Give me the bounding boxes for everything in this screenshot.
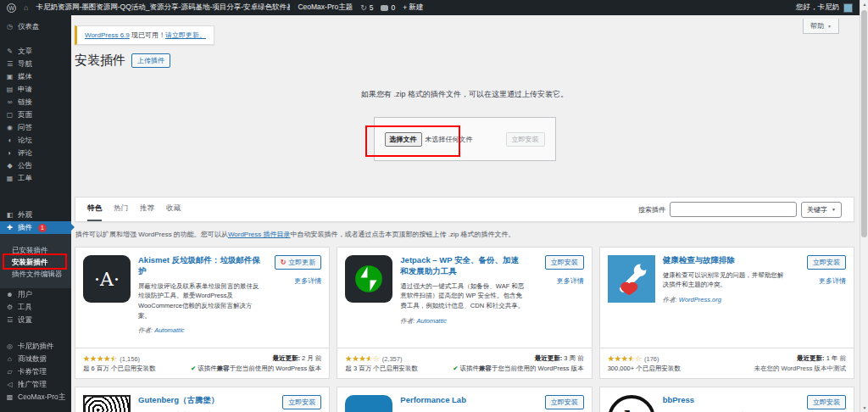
navigation-icon: ☰ xyxy=(6,60,14,68)
more-details-link[interactable]: 更多详情 xyxy=(819,276,846,286)
install-now-button[interactable]: 立即安装 xyxy=(545,395,584,409)
admin-bar-account[interactable]: 您好，卡尼奶 xyxy=(796,3,861,13)
home-icon[interactable]: ⌂ xyxy=(24,3,28,12)
gutenberg-plugin-icon[interactable] xyxy=(83,395,131,412)
plugin-title-link[interactable]: Performance Lab xyxy=(400,395,525,406)
performance-lab-plugin-icon[interactable] xyxy=(345,395,392,412)
tab-recommended[interactable]: 推荐 xyxy=(140,198,154,221)
wordpress-version-link[interactable]: WordPress 6.9 xyxy=(85,31,130,39)
tab-favorites[interactable]: 收藏 xyxy=(166,198,181,221)
sidebar-item-forum[interactable]: ◖ 论坛 xyxy=(0,134,71,147)
kaniya-plugin-icon: ◎ xyxy=(6,342,14,350)
sidebar-item-kaniya-plugin[interactable]: ◎ 卡尼奶插件 xyxy=(0,340,71,353)
sidebar-item-ceomax-theme[interactable]: ▩ CeoMax-Pro主题 xyxy=(0,391,71,404)
comments-indicator[interactable]: 0 xyxy=(381,3,395,12)
coupon-icon: ▱ xyxy=(6,368,14,376)
akismet-plugin-icon[interactable]: ·A· xyxy=(83,255,131,303)
submenu-plugin-file-editor[interactable]: 插件文件编辑器 xyxy=(0,268,71,280)
ticket-icon: ▦ xyxy=(6,175,14,182)
updates-indicator[interactable]: ↻ 5 xyxy=(360,3,373,12)
plugin-icon: ✚ xyxy=(6,224,14,231)
plugin-title-link[interactable]: Akismet 反垃圾邮件：垃圾邮件保护 xyxy=(138,255,263,277)
author-link[interactable]: WordPress.org xyxy=(679,296,721,303)
tab-featured[interactable]: 特色 xyxy=(87,198,102,221)
install-now-button[interactable]: 立即安装 xyxy=(807,395,846,409)
update-icon: ↻ xyxy=(281,259,287,266)
page-scrollbar[interactable]: ▲ ▼ xyxy=(860,0,868,412)
new-content-menu[interactable]: + 新建 xyxy=(403,3,423,13)
sidebar-item-links[interactable]: ∞ 链接 xyxy=(0,96,71,109)
plugin-title-link[interactable]: 健康检查与故障排除 xyxy=(663,255,787,266)
star-rating: ☆☆☆☆☆ ★★★★★ xyxy=(83,355,117,363)
sidebar-item-tickets[interactable]: ▦ 工单 xyxy=(0,172,71,185)
last-updated: 最近更新: 2 月 前 xyxy=(272,354,321,363)
stars-filled: ★★★★★ xyxy=(83,355,114,363)
sidebar-item-qa[interactable]: ◉ 问答 xyxy=(0,121,71,134)
submenu-installed-plugins[interactable]: 已安装插件 xyxy=(0,244,71,256)
more-details-link[interactable]: 更多详情 xyxy=(294,276,321,286)
plus-icon: + xyxy=(403,3,407,12)
tools-icon: ⚙ xyxy=(6,303,14,311)
admin-sidebar-menu: ◷ 仪表盘 ✎ 文章 ☰ 导航 ▣ 媒体 ▤ 申请 ∞ 链接 ▢ 页面 ◉ 问答… xyxy=(0,15,71,412)
search-input[interactable] xyxy=(670,202,797,217)
plugin-directory-link[interactable]: WordPress 插件目录 xyxy=(228,231,291,238)
sidebar-item-card-management[interactable]: ▱ 卡券管理 xyxy=(0,365,71,378)
author-link[interactable]: Automattic xyxy=(154,326,184,334)
update-now-link[interactable]: 请立即更新。 xyxy=(165,31,206,39)
install-now-button[interactable]: 立即安装 xyxy=(506,132,545,147)
choose-file-button[interactable]: 选择文件 xyxy=(385,132,422,147)
sidebar-item-appearance[interactable]: ◧ 外观 xyxy=(0,209,71,221)
sidebar-item-dashboard[interactable]: ◷ 仪表盘 xyxy=(0,20,71,33)
plugin-search: 搜索插件 关键字 ▼ xyxy=(638,202,842,218)
plugin-cards-row-2: Gutenberg（古腾堡） Gutenberg（古腾堡）捆绑在 WordPre… xyxy=(75,387,854,412)
sidebar-item-posts[interactable]: ✎ 文章 xyxy=(0,45,71,58)
submenu-install-new-plugin[interactable]: 安装新插件 xyxy=(0,256,71,268)
plugin-title-link[interactable]: Jetpack – WP 安全、备份、加速和发展助力工具 xyxy=(400,255,525,277)
sidebar-item-navigation[interactable]: ☰ 导航 xyxy=(0,58,71,70)
search-type-select[interactable]: 关键字 ▼ xyxy=(801,202,842,218)
updates-count: 5 xyxy=(370,3,374,12)
upload-plugin-button[interactable]: 上传插件 xyxy=(131,53,170,68)
jetpack-plugin-icon[interactable] xyxy=(345,255,392,303)
install-now-button[interactable]: 立即安装 xyxy=(545,255,584,270)
health-check-plugin-icon[interactable] xyxy=(608,255,655,303)
compatibility-note: ✔该插件兼容于您当前使用的 WordPress 版本 xyxy=(453,365,583,373)
bbpress-plugin-icon[interactable]: b xyxy=(608,395,655,412)
more-details-link[interactable]: 更多详情 xyxy=(557,276,584,286)
sidebar-item-media[interactable]: ▣ 媒体 xyxy=(0,70,71,83)
plugin-title-link[interactable]: Gutenberg（古腾堡） xyxy=(138,395,263,406)
theme-menu-item[interactable]: CeoMax-Pro主题 xyxy=(298,3,353,13)
compat-bold: 兼容 xyxy=(479,365,492,372)
sidebar-item-pages[interactable]: ▢ 页面 xyxy=(0,109,71,121)
install-now-button[interactable]: 立即安装 xyxy=(282,395,321,409)
help-button[interactable]: 帮助 ▼ xyxy=(803,19,839,34)
site-title-link[interactable]: 卡尼奶资源网-墨图资源网-QQ活动_资源分享-源码基地-项目分享-安卓绿色软件基… xyxy=(36,3,290,13)
plugin-title-link[interactable]: bbPress xyxy=(663,395,787,406)
scroll-up-arrow-icon[interactable]: ▲ xyxy=(860,2,868,7)
sidebar-item-settings[interactable]: ☲ 设置 xyxy=(0,314,71,326)
sidebar-item-plugins[interactable]: ✚ 插件 1 xyxy=(0,221,71,234)
author-label: 作者: xyxy=(400,317,415,325)
sidebar-item-promotion[interactable]: ◁ 推广管理 xyxy=(0,378,71,391)
sidebar-item-announcements[interactable]: ◆ 公告 xyxy=(0,159,71,172)
author-link[interactable]: Automattic xyxy=(417,317,447,325)
last-updated-value: 1 年 前 xyxy=(826,354,846,362)
sidebar-item-users[interactable]: ☻ 用户 xyxy=(0,288,71,301)
plugin-card-jetpack: Jetpack – WP 安全、备份、加速和发展助力工具 通过强大的一键式工具（… xyxy=(337,247,592,379)
install-now-button[interactable]: 立即安装 xyxy=(807,255,846,270)
star-rating: ☆☆☆☆☆ ★★★★★ xyxy=(608,355,642,363)
sidebar-item-tools[interactable]: ⚙ 工具 xyxy=(0,301,71,314)
scrollbar-thumb[interactable] xyxy=(861,10,867,237)
sidebar-item-label: 推广管理 xyxy=(18,380,47,390)
update-now-button[interactable]: ↻ 立即更新 xyxy=(275,255,322,270)
plugin-author: 作者: Automattic xyxy=(400,317,525,326)
scroll-down-arrow-icon[interactable]: ▼ xyxy=(860,405,868,410)
chevron-down-icon: ▼ xyxy=(832,207,836,212)
sidebar-item-mall-data[interactable]: ⌂ 商城数据 xyxy=(0,353,71,365)
plugin-description: 通过强大的一键式工具（如备份、WAF 和恶意软件扫描）提高您的 WP 安全性。包… xyxy=(400,281,525,311)
wordpress-logo-icon[interactable]: W xyxy=(7,3,16,13)
pages-icon: ▢ xyxy=(6,111,14,119)
sidebar-item-application[interactable]: ▤ 申请 xyxy=(0,83,71,96)
sidebar-item-comments[interactable]: ◗ 评论 xyxy=(0,147,71,159)
tab-popular[interactable]: 热门 xyxy=(114,198,128,221)
